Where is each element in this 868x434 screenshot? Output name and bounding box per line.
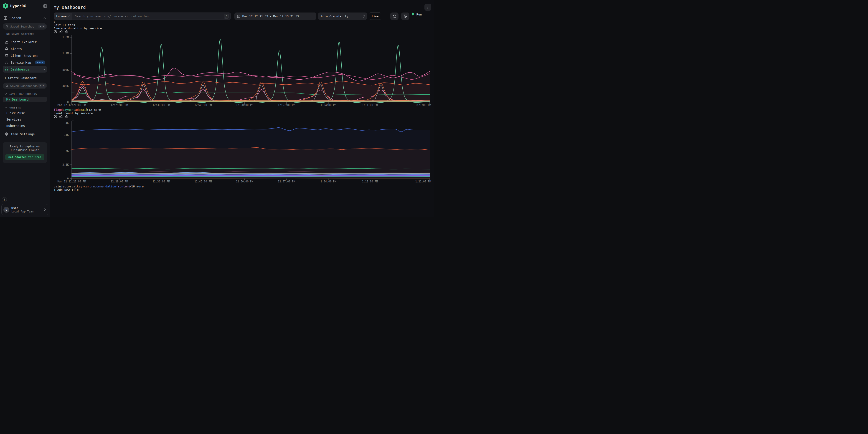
legend-item[interactable]: recommendation	[91, 185, 116, 188]
run-label: Run	[416, 13, 422, 16]
hyperdx-logo-icon	[3, 3, 8, 9]
chevron-down-icon	[68, 15, 70, 17]
user-menu[interactable]: U User Local App Team	[1, 204, 48, 215]
saved-dashboards-section-header[interactable]: SAVED DASHBOARDS	[5, 93, 47, 95]
chevron-right-icon	[44, 208, 46, 211]
user-name: User	[11, 206, 44, 210]
date-range-value: Mar 12 12:21:53 - Mar 12 13:21:53	[242, 14, 299, 18]
time-chart-toggle-icon[interactable]	[54, 115, 59, 119]
bar-chart-toggle-icon[interactable]	[65, 31, 68, 34]
bar-chart-toggle-icon[interactable]	[65, 115, 68, 119]
gear-icon	[5, 132, 8, 136]
beta-badge: BETA	[35, 61, 45, 64]
help-button[interactable]: ?	[2, 197, 7, 202]
presets-section-header[interactable]: PRESETS	[5, 106, 47, 109]
sidebar-item-label: Service Map	[11, 61, 31, 64]
chevron-up-icon[interactable]	[42, 68, 45, 70]
legend-item[interactable]: frontend	[116, 185, 130, 188]
line-chart-toggle-icon[interactable]	[59, 31, 65, 34]
date-range-picker[interactable]: Mar 12 12:21:53 - Mar 12 13:21:53	[235, 12, 316, 20]
sidebar-item-clickhouse[interactable]: ClickHouse	[3, 110, 47, 115]
sidebar-item-label: Team Settings	[11, 132, 35, 136]
svg-text:Mar 12 12:21:00 PM: Mar 12 12:21:00 PM	[58, 103, 86, 107]
bell-icon	[5, 47, 8, 51]
edit-filters-button[interactable]	[401, 12, 409, 20]
time-chart-toggle-icon[interactable]	[54, 31, 59, 34]
legend-item[interactable]: flagd	[54, 108, 63, 111]
sidebar-item-label: Alerts	[11, 47, 22, 51]
legend-label: ad	[75, 108, 79, 111]
svg-text:12:29:00 PM: 12:29:00 PM	[111, 180, 128, 183]
legend-item[interactable]: payment	[63, 108, 75, 111]
chart-title: Average duration by service	[54, 27, 431, 30]
svg-text:12:43:00 PM: 12:43:00 PM	[194, 103, 212, 107]
chevron-up-icon[interactable]	[43, 17, 46, 19]
shortcut-badge: ⌘ K	[38, 84, 45, 88]
sidebar-item-team-settings[interactable]: Team Settings	[3, 131, 47, 137]
sidebar-item-service-map[interactable]: Service Map BETA	[3, 59, 47, 66]
run-button[interactable]: Run	[412, 12, 431, 20]
legend-item[interactable]: email	[79, 108, 88, 111]
clickhouse-cloud-promo: Ready to deploy on ClickHouse Cloud? Get…	[3, 142, 47, 163]
svg-text:1:21:00 PM: 1:21:00 PM	[415, 180, 431, 183]
granularity-select[interactable]: Auto Granularity	[318, 12, 367, 20]
sidebar-item-kubernetes[interactable]: Kubernetes	[3, 123, 47, 128]
sidebar-item-label: Chart Explorer	[11, 40, 37, 44]
get-started-button[interactable]: Get Started for Free	[5, 154, 44, 160]
sidebar-item-client-sessions[interactable]: Client Sessions	[3, 52, 47, 59]
sidebar-item-alerts[interactable]: Alerts	[3, 45, 47, 52]
svg-text:1.2M: 1.2M	[62, 52, 69, 55]
sidebar-item-services[interactable]: Services	[3, 117, 47, 122]
legend-item[interactable]: valkey-cart	[71, 185, 91, 188]
line-chart-plot[interactable]: 0400K800K1.2M1.6MMar 12 12:21:00 PM12:29…	[54, 34, 431, 108]
sidebar-item-chart-explorer[interactable]: Chart Explorer	[3, 39, 47, 45]
sidebar-item-dashboards[interactable]: Dashboards	[3, 66, 47, 73]
event-search-input[interactable]: Search your events w/ Lucene ex. column:…	[72, 13, 230, 20]
dashboard-menu-button[interactable]	[425, 4, 431, 11]
saved-dashboards-input[interactable]: Saved Dashboards ⌘ K	[3, 82, 47, 89]
legend-item[interactable]: cainjector	[54, 185, 71, 188]
saved-dashboards-placeholder: Saved Dashboards	[10, 84, 38, 88]
svg-text:11K: 11K	[64, 133, 69, 136]
sidebar-section-search[interactable]: Search	[3, 15, 47, 21]
add-new-tile-button[interactable]: + Add New Tile	[54, 188, 431, 192]
svg-text:3.5K: 3.5K	[62, 163, 69, 166]
section-label: PRESETS	[9, 106, 21, 109]
chevron-down-icon	[5, 93, 7, 95]
create-dashboard-button[interactable]: + Create Dashboard	[5, 75, 47, 80]
svg-text:Mar 12 12:21:00 PM: Mar 12 12:21:00 PM	[58, 180, 86, 183]
play-icon	[412, 12, 415, 15]
logo-row: HyperDX	[3, 3, 47, 9]
app-root: HyperDX Search Saved Searches ⌘ K No sav…	[0, 0, 434, 217]
chart-legend: flagdpaymentademail+12 more	[54, 108, 431, 111]
partially-hidden-button[interactable]: s	[54, 20, 431, 23]
promo-text: Ready to deploy on ClickHouse Cloud?	[5, 145, 45, 152]
sidebar: HyperDX Search Saved Searches ⌘ K No sav…	[0, 0, 50, 217]
sidebar-item-label: Client Sessions	[11, 54, 38, 58]
service-map-icon	[5, 61, 8, 64]
refresh-icon	[393, 14, 396, 18]
sidebar-item-label: Dashboards	[11, 68, 29, 71]
live-button[interactable]: Live	[369, 12, 381, 20]
line-chart-plot[interactable]: 03.5K7K11K14KMar 12 12:21:00 PM12:29:00 …	[54, 119, 431, 185]
calendar-icon	[237, 14, 240, 18]
svg-text:12:57:00 PM: 12:57:00 PM	[278, 103, 295, 107]
chart-legend: cainjectorvalkey-cartrecommendationfront…	[54, 185, 431, 188]
svg-text:12:29:00 PM: 12:29:00 PM	[111, 103, 128, 107]
slash-shortcut-badge: /	[224, 14, 229, 19]
tile-average-duration: Average duration by service 0400K800K1.2…	[54, 27, 431, 111]
sidebar-item-my-dashboard[interactable]: My Dashboard	[3, 97, 47, 102]
legend-more-link[interactable]: +16 more	[129, 185, 144, 188]
collapse-sidebar-icon[interactable]	[43, 4, 47, 8]
refresh-button[interactable]	[390, 12, 399, 20]
svg-text:12:36:00 PM: 12:36:00 PM	[153, 103, 170, 107]
legend-item[interactable]: ad	[75, 108, 79, 111]
legend-label: flagd	[54, 108, 63, 111]
svg-text:14K: 14K	[64, 122, 69, 125]
saved-searches-input[interactable]: Saved Searches ⌘ K	[3, 23, 47, 30]
query-language-value: Lucene	[56, 14, 66, 18]
svg-text:12:50:00 PM: 12:50:00 PM	[236, 103, 253, 107]
legend-more-link[interactable]: +12 more	[87, 108, 101, 111]
query-language-select[interactable]: Lucene	[54, 13, 72, 20]
line-chart-toggle-icon[interactable]	[59, 115, 65, 119]
